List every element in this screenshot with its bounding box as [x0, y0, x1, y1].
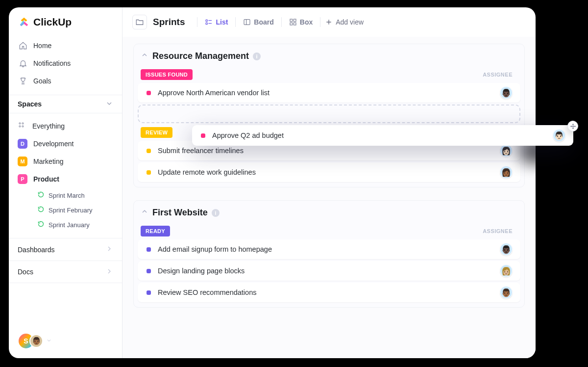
list-header[interactable]: Resource Management i — [134, 51, 524, 66]
list-name: First Website — [152, 208, 208, 218]
sidebar: ClickUp Home Notifications Goals Spaces — [9, 7, 122, 358]
chevron-down-icon — [105, 100, 113, 109]
tab-board[interactable]: Board — [237, 14, 279, 30]
avatar[interactable]: 👩🏻 — [500, 144, 513, 157]
docs-label: Docs — [18, 268, 33, 276]
board-icon — [243, 18, 251, 26]
sprint-icon — [37, 206, 45, 214]
sprint-item[interactable]: Sprint February — [37, 203, 119, 217]
move-cursor-icon — [567, 121, 578, 131]
space-badge: M — [18, 157, 27, 166]
svg-point-3 — [22, 126, 24, 127]
logo[interactable]: ClickUp — [9, 7, 122, 35]
bottom-nav: Dashboards Docs — [9, 238, 122, 283]
main: Sprints List Board Box — [122, 7, 536, 358]
task-name: Approve Q2 ad budget — [212, 131, 546, 139]
status-dot — [147, 170, 151, 175]
spaces-header[interactable]: Spaces — [9, 95, 122, 113]
divider — [281, 17, 282, 27]
svg-rect-13 — [294, 23, 296, 25]
divider — [197, 17, 197, 27]
task-name: Update remote work guidelines — [158, 168, 493, 176]
status-dot — [147, 247, 151, 252]
task-name: Approve North American vendor list — [158, 89, 493, 97]
task-row[interactable]: Add email signup form to homepage 👨🏿 — [138, 239, 520, 259]
everything-label: Everything — [32, 122, 65, 130]
divider — [235, 17, 236, 27]
add-view-button[interactable]: Add view — [325, 18, 364, 26]
nav-goals[interactable]: Goals — [13, 72, 118, 90]
user-avatar: 👨🏾 — [29, 334, 43, 348]
nav-home[interactable]: Home — [13, 37, 118, 54]
task-row[interactable]: Design landing page blocks 👩🏼 — [138, 261, 520, 281]
chevron-up-icon — [141, 51, 148, 61]
space-label: Marketing — [33, 157, 63, 165]
space-development[interactable]: D Development — [12, 135, 119, 153]
space-badge: D — [18, 139, 27, 149]
space-badge: P — [18, 174, 27, 184]
task-row[interactable]: Review SEO recommendations 👨🏾 — [138, 283, 520, 302]
status-ready: READY ASSIGNEE Add email signup form to … — [134, 226, 524, 302]
task-row[interactable]: Approve North American vendor list 👨🏿 — [138, 83, 520, 103]
svg-rect-6 — [206, 23, 207, 24]
space-label: Product — [33, 175, 59, 183]
svg-rect-8 — [244, 20, 250, 25]
sprint-item[interactable]: Sprint March — [37, 188, 119, 203]
status-issues-found: ISSUES FOUND ASSIGNEE Approve North Amer… — [134, 69, 524, 123]
task-row[interactable]: Update remote work guidelines 👩🏾 — [138, 162, 520, 182]
dragging-task[interactable]: Approve Q2 ad budget 👨🏻 — [192, 125, 573, 146]
bell-icon — [19, 59, 27, 68]
status-dot — [201, 133, 205, 138]
task-name: Design landing page blocks — [158, 267, 493, 275]
caret-down-icon — [46, 337, 52, 345]
sprint-label: Sprint February — [49, 207, 93, 214]
avatar[interactable]: 👨🏾 — [500, 286, 513, 299]
avatar[interactable]: 👨🏿 — [500, 86, 513, 99]
sprint-label: Sprint January — [49, 221, 90, 229]
divider — [320, 17, 320, 27]
svg-point-1 — [22, 123, 24, 124]
nav-dashboards[interactable]: Dashboards — [9, 238, 122, 261]
box-icon — [289, 18, 297, 26]
info-icon[interactable]: i — [212, 209, 220, 217]
tab-box-label: Box — [300, 18, 313, 26]
tab-box[interactable]: Box — [283, 14, 318, 30]
list-header[interactable]: First Website i — [134, 208, 524, 223]
app-window: ClickUp Home Notifications Goals Spaces — [9, 7, 536, 358]
content: Resource Management i ISSUES FOUND ASSIG… — [122, 37, 536, 358]
svg-rect-12 — [290, 23, 293, 25]
avatar[interactable]: 👩🏼 — [500, 264, 513, 277]
sprint-item[interactable]: Sprint January — [37, 217, 119, 232]
task-name: Review SEO recommendations — [158, 288, 493, 296]
space-marketing[interactable]: M Marketing — [12, 153, 119, 170]
everything-row[interactable]: Everything — [12, 117, 119, 135]
task-name: Add email signup form to homepage — [158, 245, 493, 253]
status-pill[interactable]: READY — [141, 226, 170, 236]
assignee-column-label: ASSIGNEE — [483, 228, 513, 234]
space-product[interactable]: P Product — [12, 170, 119, 188]
list-resource-management: Resource Management i ISSUES FOUND ASSIG… — [133, 44, 525, 187]
nav-home-label: Home — [33, 42, 51, 50]
nav-notifications[interactable]: Notifications — [13, 54, 118, 72]
status-pill[interactable]: REVIEW — [141, 127, 172, 138]
avatar[interactable]: 👨🏻 — [553, 129, 565, 142]
tab-list-label: List — [216, 18, 228, 26]
folder-icon[interactable] — [132, 15, 147, 29]
spaces-list: Everything D Development M Marketing P P… — [9, 113, 122, 237]
spaces-header-label: Spaces — [18, 100, 42, 108]
svg-rect-10 — [290, 19, 293, 22]
avatar[interactable]: 👩🏾 — [500, 166, 513, 179]
user-menu[interactable]: S 👨🏾 — [9, 326, 122, 358]
nav-docs[interactable]: Docs — [9, 261, 122, 283]
logo-text: ClickUp — [33, 16, 72, 28]
drop-placeholder[interactable] — [138, 105, 520, 123]
status-dot — [147, 91, 151, 95]
tab-list[interactable]: List — [199, 14, 234, 30]
space-label: Development — [33, 140, 74, 148]
trophy-icon — [19, 77, 27, 85]
topbar: Sprints List Board Box — [122, 7, 536, 37]
view-tabs: List Board Box Add view — [196, 14, 364, 30]
avatar[interactable]: 👨🏿 — [500, 243, 513, 256]
status-pill[interactable]: ISSUES FOUND — [141, 69, 193, 80]
info-icon[interactable]: i — [253, 52, 261, 60]
